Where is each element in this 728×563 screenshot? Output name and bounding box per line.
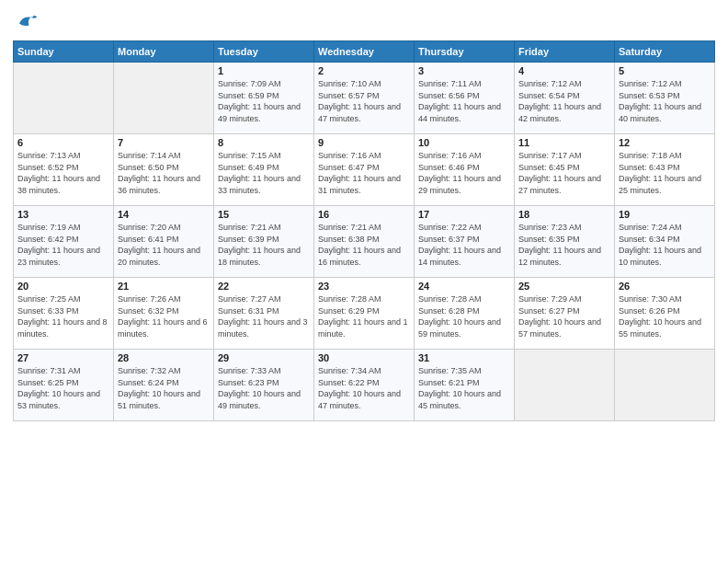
day-info: Sunrise: 7:13 AM Sunset: 6:52 PM Dayligh…: [17, 150, 109, 196]
day-number: 4: [518, 65, 610, 76]
day-info: Sunrise: 7:16 AM Sunset: 6:46 PM Dayligh…: [418, 150, 510, 196]
day-number: 9: [318, 137, 410, 148]
calendar-cell: 4Sunrise: 7:12 AM Sunset: 6:54 PM Daylig…: [515, 63, 615, 134]
day-info: Sunrise: 7:23 AM Sunset: 6:35 PM Dayligh…: [518, 222, 610, 268]
calendar-cell: 19Sunrise: 7:24 AM Sunset: 6:34 PM Dayli…: [615, 206, 715, 278]
logo: [13, 9, 42, 35]
day-info: Sunrise: 7:30 AM Sunset: 6:26 PM Dayligh…: [619, 293, 711, 339]
day-number: 26: [619, 281, 711, 292]
calendar-cell: 22Sunrise: 7:27 AM Sunset: 6:31 PM Dayli…: [214, 278, 314, 350]
day-info: Sunrise: 7:17 AM Sunset: 6:45 PM Dayligh…: [518, 150, 610, 196]
week-row-2: 13Sunrise: 7:19 AM Sunset: 6:42 PM Dayli…: [14, 206, 715, 278]
calendar-cell: 20Sunrise: 7:25 AM Sunset: 6:33 PM Dayli…: [14, 278, 114, 350]
logo-bird-icon: [13, 9, 39, 35]
calendar-cell: 29Sunrise: 7:33 AM Sunset: 6:23 PM Dayli…: [214, 350, 314, 421]
calendar-cell: 16Sunrise: 7:21 AM Sunset: 6:38 PM Dayli…: [314, 206, 415, 278]
day-info: Sunrise: 7:24 AM Sunset: 6:34 PM Dayligh…: [619, 222, 711, 268]
calendar-table: SundayMondayTuesdayWednesdayThursdayFrid…: [13, 40, 715, 421]
day-number: 3: [418, 65, 510, 76]
day-info: Sunrise: 7:19 AM Sunset: 6:42 PM Dayligh…: [17, 222, 109, 268]
week-row-3: 20Sunrise: 7:25 AM Sunset: 6:33 PM Dayli…: [14, 278, 715, 350]
day-number: 16: [318, 209, 410, 220]
calendar-cell: 23Sunrise: 7:28 AM Sunset: 6:29 PM Dayli…: [314, 278, 415, 350]
day-info: Sunrise: 7:26 AM Sunset: 6:32 PM Dayligh…: [118, 293, 210, 339]
day-number: 21: [118, 281, 210, 292]
day-number: 15: [218, 209, 310, 220]
calendar-cell: 25Sunrise: 7:29 AM Sunset: 6:27 PM Dayli…: [515, 278, 615, 350]
col-header-saturday: Saturday: [615, 41, 715, 63]
calendar-cell: [114, 63, 214, 134]
calendar-cell: 15Sunrise: 7:21 AM Sunset: 6:39 PM Dayli…: [214, 206, 314, 278]
calendar-cell: 17Sunrise: 7:22 AM Sunset: 6:37 PM Dayli…: [415, 206, 515, 278]
day-number: 11: [518, 137, 610, 148]
calendar-cell: 8Sunrise: 7:15 AM Sunset: 6:49 PM Daylig…: [214, 134, 314, 206]
calendar-cell: [515, 350, 615, 421]
calendar-cell: 12Sunrise: 7:18 AM Sunset: 6:43 PM Dayli…: [615, 134, 715, 206]
day-number: 12: [619, 137, 711, 148]
day-number: 18: [518, 209, 610, 220]
day-info: Sunrise: 7:28 AM Sunset: 6:29 PM Dayligh…: [318, 293, 410, 339]
week-row-0: 1Sunrise: 7:09 AM Sunset: 6:59 PM Daylig…: [14, 63, 715, 134]
day-info: Sunrise: 7:15 AM Sunset: 6:49 PM Dayligh…: [218, 150, 310, 196]
week-row-4: 27Sunrise: 7:31 AM Sunset: 6:25 PM Dayli…: [14, 350, 715, 421]
calendar-cell: 2Sunrise: 7:10 AM Sunset: 6:57 PM Daylig…: [314, 63, 415, 134]
col-header-friday: Friday: [515, 41, 615, 63]
calendar-cell: 24Sunrise: 7:28 AM Sunset: 6:28 PM Dayli…: [415, 278, 515, 350]
calendar-header-row: SundayMondayTuesdayWednesdayThursdayFrid…: [14, 41, 715, 63]
day-info: Sunrise: 7:21 AM Sunset: 6:39 PM Dayligh…: [218, 222, 310, 268]
day-number: 25: [518, 281, 610, 292]
day-info: Sunrise: 7:14 AM Sunset: 6:50 PM Dayligh…: [118, 150, 210, 196]
day-info: Sunrise: 7:29 AM Sunset: 6:27 PM Dayligh…: [518, 293, 610, 339]
day-info: Sunrise: 7:16 AM Sunset: 6:47 PM Dayligh…: [318, 150, 410, 196]
day-info: Sunrise: 7:12 AM Sunset: 6:53 PM Dayligh…: [619, 78, 711, 124]
day-info: Sunrise: 7:32 AM Sunset: 6:24 PM Dayligh…: [118, 365, 210, 411]
calendar-cell: 14Sunrise: 7:20 AM Sunset: 6:41 PM Dayli…: [114, 206, 214, 278]
day-info: Sunrise: 7:35 AM Sunset: 6:21 PM Dayligh…: [418, 365, 510, 411]
day-info: Sunrise: 7:20 AM Sunset: 6:41 PM Dayligh…: [118, 222, 210, 268]
calendar-cell: 30Sunrise: 7:34 AM Sunset: 6:22 PM Dayli…: [314, 350, 415, 421]
day-number: 10: [418, 137, 510, 148]
day-number: 2: [318, 65, 410, 76]
calendar-cell: 31Sunrise: 7:35 AM Sunset: 6:21 PM Dayli…: [415, 350, 515, 421]
day-info: Sunrise: 7:28 AM Sunset: 6:28 PM Dayligh…: [418, 293, 510, 339]
calendar-cell: 10Sunrise: 7:16 AM Sunset: 6:46 PM Dayli…: [415, 134, 515, 206]
day-number: 7: [118, 137, 210, 148]
day-info: Sunrise: 7:21 AM Sunset: 6:38 PM Dayligh…: [318, 222, 410, 268]
day-info: Sunrise: 7:31 AM Sunset: 6:25 PM Dayligh…: [17, 365, 109, 411]
day-info: Sunrise: 7:11 AM Sunset: 6:56 PM Dayligh…: [418, 78, 510, 124]
day-number: 29: [218, 352, 310, 363]
day-number: 30: [318, 352, 410, 363]
calendar-cell: 3Sunrise: 7:11 AM Sunset: 6:56 PM Daylig…: [415, 63, 515, 134]
day-info: Sunrise: 7:18 AM Sunset: 6:43 PM Dayligh…: [619, 150, 711, 196]
day-info: Sunrise: 7:25 AM Sunset: 6:33 PM Dayligh…: [17, 293, 109, 339]
day-number: 31: [418, 352, 510, 363]
page-header: [13, 9, 715, 35]
day-info: Sunrise: 7:12 AM Sunset: 6:54 PM Dayligh…: [518, 78, 610, 124]
week-row-1: 6Sunrise: 7:13 AM Sunset: 6:52 PM Daylig…: [14, 134, 715, 206]
day-number: 14: [118, 209, 210, 220]
calendar-cell: 26Sunrise: 7:30 AM Sunset: 6:26 PM Dayli…: [615, 278, 715, 350]
calendar-cell: 7Sunrise: 7:14 AM Sunset: 6:50 PM Daylig…: [114, 134, 214, 206]
calendar-cell: 13Sunrise: 7:19 AM Sunset: 6:42 PM Dayli…: [14, 206, 114, 278]
calendar-cell: 27Sunrise: 7:31 AM Sunset: 6:25 PM Dayli…: [14, 350, 114, 421]
day-number: 17: [418, 209, 510, 220]
day-number: 28: [118, 352, 210, 363]
day-info: Sunrise: 7:09 AM Sunset: 6:59 PM Dayligh…: [218, 78, 310, 124]
day-number: 19: [619, 209, 711, 220]
svg-point-0: [31, 16, 33, 17]
col-header-tuesday: Tuesday: [214, 41, 314, 63]
day-info: Sunrise: 7:22 AM Sunset: 6:37 PM Dayligh…: [418, 222, 510, 268]
calendar-cell: 18Sunrise: 7:23 AM Sunset: 6:35 PM Dayli…: [515, 206, 615, 278]
calendar-cell: 6Sunrise: 7:13 AM Sunset: 6:52 PM Daylig…: [14, 134, 114, 206]
calendar-cell: 11Sunrise: 7:17 AM Sunset: 6:45 PM Dayli…: [515, 134, 615, 206]
col-header-wednesday: Wednesday: [314, 41, 415, 63]
col-header-thursday: Thursday: [415, 41, 515, 63]
calendar-cell: 5Sunrise: 7:12 AM Sunset: 6:53 PM Daylig…: [615, 63, 715, 134]
calendar-cell: 9Sunrise: 7:16 AM Sunset: 6:47 PM Daylig…: [314, 134, 415, 206]
calendar-cell: 1Sunrise: 7:09 AM Sunset: 6:59 PM Daylig…: [214, 63, 314, 134]
calendar-cell: [615, 350, 715, 421]
calendar-cell: 21Sunrise: 7:26 AM Sunset: 6:32 PM Dayli…: [114, 278, 214, 350]
day-number: 8: [218, 137, 310, 148]
day-number: 27: [17, 352, 109, 363]
day-number: 24: [418, 281, 510, 292]
